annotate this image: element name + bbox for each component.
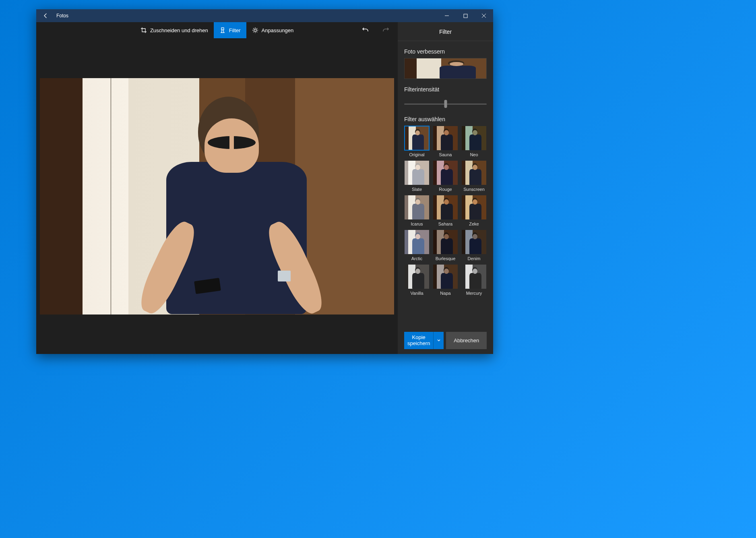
filter-thumb — [461, 195, 487, 220]
save-copy-split: Kopie speichern — [404, 332, 444, 349]
photo-canvas — [36, 38, 398, 354]
window-controls — [438, 9, 493, 22]
titlebar: Fotos — [36, 9, 493, 22]
filter-neo[interactable]: Neo — [461, 126, 487, 157]
edit-toolbar: Zuschneiden und drehen Filter Anpassunge… — [36, 22, 398, 38]
close-button[interactable] — [475, 9, 493, 22]
filter-thumb — [404, 126, 430, 151]
arrow-left-icon — [42, 12, 49, 19]
svg-point-1 — [254, 29, 256, 31]
filter-brush-icon — [219, 27, 226, 33]
filter-thumb — [433, 230, 458, 255]
filter-thumb — [404, 264, 430, 289]
panel-footer: Kopie speichern Abbrechen — [404, 325, 487, 349]
main-area: Zuschneiden und drehen Filter Anpassunge… — [36, 22, 398, 354]
filter-thumb — [461, 230, 487, 255]
filter-icarus[interactable]: Icarus — [404, 195, 430, 226]
filter-slate[interactable]: Slate — [404, 160, 430, 192]
filter-label: Zeke — [461, 221, 487, 226]
filter-denim[interactable]: Denim — [461, 230, 487, 261]
filter-thumb — [433, 126, 458, 151]
filter-thumb — [404, 230, 430, 255]
filter-label: Sahara — [433, 221, 458, 226]
slider-thumb[interactable] — [444, 100, 447, 108]
filter-label: Rouge — [433, 187, 458, 192]
filter-label: Slate — [404, 187, 430, 192]
photo[interactable] — [40, 78, 394, 315]
app-window: Fotos Zuschneiden und drehen — [36, 9, 493, 354]
save-copy-button[interactable]: Kopie speichern — [404, 332, 433, 349]
tab-adjust-label: Anpassungen — [262, 27, 294, 33]
intensity-slider[interactable] — [404, 100, 487, 108]
enhance-preview[interactable] — [404, 58, 487, 79]
filter-zeke[interactable]: Zeke — [461, 195, 487, 226]
filter-mercury[interactable]: Mercury — [461, 264, 487, 296]
filter-burlesque[interactable]: Burlesque — [433, 230, 458, 261]
filter-rouge[interactable]: Rouge — [433, 160, 458, 192]
filter-sahara[interactable]: Sahara — [433, 195, 458, 226]
history-controls — [361, 22, 394, 38]
choose-section-title: Filter auswählen — [404, 116, 487, 122]
filter-label: Sunscreen — [461, 187, 487, 192]
right-panel: Filter Foto verbessern Filterintensität … — [398, 22, 493, 354]
filter-label: Burlesque — [433, 256, 458, 261]
filter-label: Vanilla — [404, 291, 430, 296]
filter-sauna[interactable]: Sauna — [433, 126, 458, 157]
filter-thumb — [461, 264, 487, 289]
filter-label: Mercury — [461, 291, 487, 296]
filter-sunscreen[interactable]: Sunscreen — [461, 160, 487, 192]
filter-vanilla[interactable]: Vanilla — [404, 264, 430, 296]
intensity-section-title: Filterintensität — [404, 86, 487, 93]
filter-thumb — [461, 126, 487, 151]
filter-thumb — [433, 195, 458, 220]
divider — [398, 41, 493, 41]
filter-label: Neo — [461, 152, 487, 157]
app-title: Fotos — [55, 13, 68, 19]
tab-filter[interactable]: Filter — [214, 22, 246, 38]
filter-thumb — [404, 195, 430, 220]
chevron-down-icon — [437, 337, 441, 344]
filter-label: Arctic — [404, 256, 430, 261]
filter-label: Denim — [461, 256, 487, 261]
cancel-label: Abbrechen — [454, 337, 479, 343]
filter-arctic[interactable]: Arctic — [404, 230, 430, 261]
tab-crop[interactable]: Zuschneiden und drehen — [135, 22, 214, 38]
filter-grid: OriginalSaunaNeoSlateRougeSunscreenIcaru… — [404, 126, 487, 296]
tab-crop-label: Zuschneiden und drehen — [150, 27, 208, 33]
crop-icon — [140, 27, 147, 33]
svg-rect-0 — [464, 14, 467, 18]
undo-button[interactable] — [361, 26, 370, 34]
filter-original[interactable]: Original — [404, 126, 430, 157]
redo-button[interactable] — [382, 26, 390, 34]
tab-adjust[interactable]: Anpassungen — [246, 22, 300, 38]
maximize-button[interactable] — [456, 9, 475, 22]
filter-thumb — [461, 160, 487, 185]
filter-thumb — [433, 264, 458, 289]
filter-label: Napa — [433, 291, 458, 296]
save-copy-label: Kopie speichern — [407, 334, 430, 347]
filter-thumb — [433, 160, 458, 185]
filter-label: Original — [404, 152, 430, 157]
minimize-button[interactable] — [438, 9, 456, 22]
brightness-icon — [252, 27, 258, 33]
cancel-button[interactable]: Abbrechen — [446, 332, 487, 349]
filter-thumb — [404, 160, 430, 185]
filter-napa[interactable]: Napa — [433, 264, 458, 296]
tab-filter-label: Filter — [229, 27, 241, 33]
enhance-section-title: Foto verbessern — [404, 48, 487, 55]
filter-label: Sauna — [433, 152, 458, 157]
filter-label: Icarus — [404, 221, 430, 226]
save-copy-dropdown[interactable] — [433, 332, 444, 349]
panel-title: Filter — [404, 29, 487, 35]
back-button[interactable] — [36, 9, 55, 22]
